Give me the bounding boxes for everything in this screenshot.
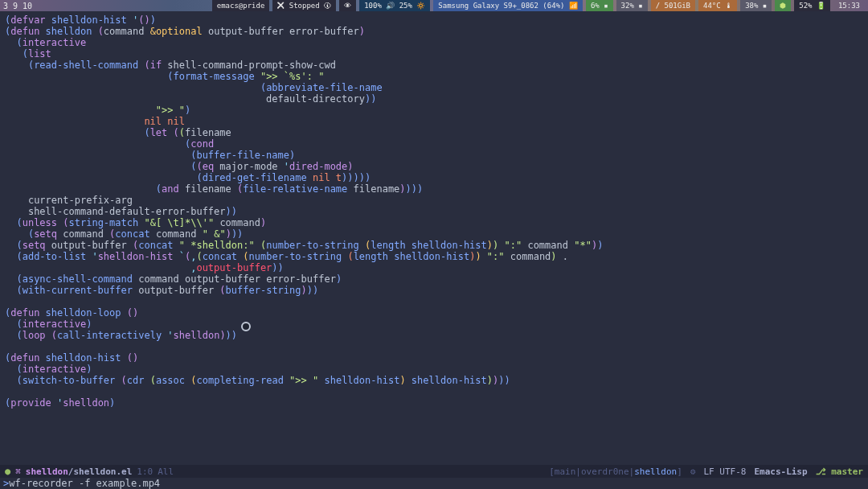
gpu-widget: 38% ▪ xyxy=(740,0,772,11)
buffer-icon: ⌘ xyxy=(15,466,21,477)
major-mode[interactable]: Emacs-Lisp xyxy=(754,466,807,477)
minibuffer[interactable]: > wf-recorder -f example.mp4 xyxy=(0,478,868,489)
encoding[interactable]: LF UTF-8 xyxy=(703,466,746,477)
volume-widget[interactable]: 100% 🔊 25% 🔅 xyxy=(359,0,430,11)
cpu-widget: 6% ▪ xyxy=(586,0,613,11)
spacer-widget: ⬢ xyxy=(775,0,791,11)
workspace-list: 3 9 10 xyxy=(0,2,32,10)
code-editor[interactable]: (defvar shelldon-hist '()) (defun shelld… xyxy=(0,11,868,465)
host-widget: emacs@pride xyxy=(212,0,270,11)
device-widget[interactable]: Samsung Galaxy S9+_0862 (64%) 📶 xyxy=(433,0,583,11)
workspace-btn[interactable]: 3 xyxy=(3,2,8,10)
buffer-name[interactable]: shelldon.el xyxy=(73,466,132,477)
clock-widget: 15:33 xyxy=(833,0,865,11)
perspective-list[interactable]: [main|overdr0ne|shelldon] xyxy=(549,466,682,477)
scroll-position: All xyxy=(158,466,174,477)
modeline: ● ⌘ shelldon/shelldon.el 1:0 All [main|o… xyxy=(0,465,868,478)
workspace-btn[interactable]: 9 xyxy=(13,2,18,10)
battery-widget: 52% 🔋 xyxy=(794,0,830,11)
system-topbar: 3 9 10 emacs@pride 🞫 Stopped 🛈 👁 100% 🔊 … xyxy=(0,0,868,11)
disk-widget: / 501GiB xyxy=(651,0,695,11)
workspace-btn[interactable]: 10 xyxy=(23,2,32,10)
evil-state-indicator: ● xyxy=(5,466,10,477)
vcs-branch[interactable]: ⎇ master xyxy=(816,466,863,477)
mem-widget: 32% ▪ xyxy=(616,0,648,11)
cursor-position: 1:0 xyxy=(137,466,153,477)
status-widgets: emacs@pride 🞫 Stopped 🛈 👁 100% 🔊 25% 🔅 S… xyxy=(212,0,865,11)
gear-icon[interactable]: ⚙ xyxy=(690,466,696,477)
sync-widget: 🞫 Stopped 🛈 xyxy=(272,0,336,11)
minibuffer-prompt: > xyxy=(3,478,9,489)
eye-icon: 👁 xyxy=(339,0,356,11)
minibuffer-input[interactable]: wf-recorder -f example.mp4 xyxy=(9,478,160,489)
project-name[interactable]: shelldon xyxy=(26,466,68,477)
temp-widget: 44°C 🌡 xyxy=(698,0,737,11)
